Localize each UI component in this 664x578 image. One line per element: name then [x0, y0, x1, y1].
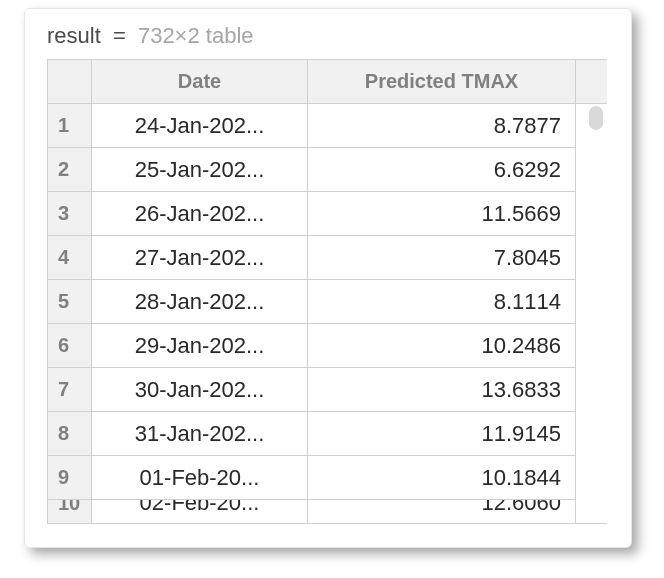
row-index: 9 — [48, 456, 92, 500]
cell-date[interactable]: 28-Jan-202... — [92, 280, 308, 324]
table-row[interactable]: 7 30-Jan-202... 13.6833 — [48, 368, 608, 412]
cell-predicted-tmax[interactable]: 11.5669 — [308, 192, 576, 236]
cell-predicted-tmax[interactable]: 8.1114 — [308, 280, 576, 324]
cell-date[interactable]: 02-Feb-20... — [92, 500, 308, 524]
table-row[interactable]: 5 28-Jan-202... 8.1114 — [48, 280, 608, 324]
cell-date[interactable]: 27-Jan-202... — [92, 236, 308, 280]
table-row[interactable]: 6 29-Jan-202... 10.2486 — [48, 324, 608, 368]
equals-sign: = — [113, 23, 126, 48]
row-index: 10 — [48, 500, 92, 524]
cell-predicted-tmax[interactable]: 12.6060 — [308, 500, 576, 524]
row-index: 7 — [48, 368, 92, 412]
table-row[interactable]: 8 31-Jan-202... 11.9145 — [48, 412, 608, 456]
table-header-row: Date Predicted TMAX — [48, 60, 608, 104]
result-table: Date Predicted TMAX 1 24-Jan-202... 8.78… — [47, 59, 607, 524]
table-row[interactable]: 2 25-Jan-202... 6.6292 — [48, 148, 608, 192]
cell-predicted-tmax[interactable]: 6.6292 — [308, 148, 576, 192]
row-index: 8 — [48, 412, 92, 456]
cell-predicted-tmax[interactable]: 11.9145 — [308, 412, 576, 456]
cell-predicted-tmax[interactable]: 10.1844 — [308, 456, 576, 500]
row-index: 6 — [48, 324, 92, 368]
col-header-date[interactable]: Date — [92, 60, 308, 104]
variable-name: result — [47, 23, 101, 48]
cell-date[interactable]: 01-Feb-20... — [92, 456, 308, 500]
table-row[interactable]: 1 24-Jan-202... 8.7877 — [48, 104, 608, 148]
scrollbar-track[interactable] — [576, 104, 608, 524]
cell-date[interactable]: 26-Jan-202... — [92, 192, 308, 236]
cell-predicted-tmax[interactable]: 7.8045 — [308, 236, 576, 280]
cell-date[interactable]: 29-Jan-202... — [92, 324, 308, 368]
cell-predicted-tmax[interactable]: 13.6833 — [308, 368, 576, 412]
cell-date[interactable]: 25-Jan-202... — [92, 148, 308, 192]
table-viewport[interactable]: Date Predicted TMAX 1 24-Jan-202... 8.78… — [47, 59, 607, 529]
cell-predicted-tmax[interactable]: 10.2486 — [308, 324, 576, 368]
scrollbar-thumb[interactable] — [589, 106, 603, 130]
row-index: 1 — [48, 104, 92, 148]
variable-header: result = 732×2 table — [47, 23, 615, 49]
cell-date[interactable]: 24-Jan-202... — [92, 104, 308, 148]
col-header-scroll — [576, 60, 608, 104]
row-index: 2 — [48, 148, 92, 192]
table-row[interactable]: 3 26-Jan-202... 11.5669 — [48, 192, 608, 236]
row-index: 3 — [48, 192, 92, 236]
row-index: 5 — [48, 280, 92, 324]
table-dimensions: 732×2 table — [138, 23, 254, 48]
cell-predicted-tmax[interactable]: 8.7877 — [308, 104, 576, 148]
result-panel: result = 732×2 table Date Predicted TMAX… — [24, 8, 632, 548]
cell-date[interactable]: 30-Jan-202... — [92, 368, 308, 412]
table-row[interactable]: 10 02-Feb-20... 12.6060 — [48, 500, 608, 524]
col-header-index[interactable] — [48, 60, 92, 104]
table-row[interactable]: 9 01-Feb-20... 10.1844 — [48, 456, 608, 500]
cell-date[interactable]: 31-Jan-202... — [92, 412, 308, 456]
table-row[interactable]: 4 27-Jan-202... 7.8045 — [48, 236, 608, 280]
col-header-predicted-tmax[interactable]: Predicted TMAX — [308, 60, 576, 104]
row-index: 4 — [48, 236, 92, 280]
